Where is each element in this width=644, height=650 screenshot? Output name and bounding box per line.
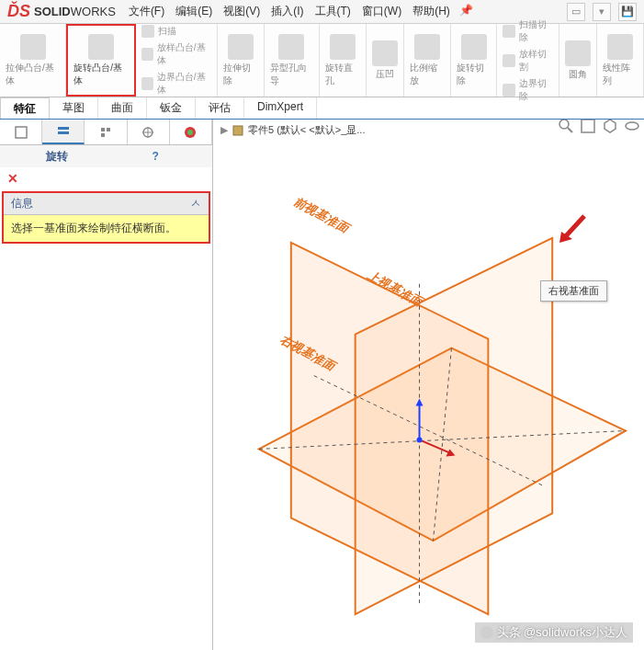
indent-icon: [372, 40, 398, 66]
info-header-text: 信息: [11, 196, 33, 211]
extrude-cut-icon: [228, 34, 254, 60]
panel-title-text: 旋转: [7, 149, 107, 165]
menu-edit[interactable]: 编辑(E): [170, 4, 218, 19]
ribbon-sweep-cut[interactable]: 扫描切除: [503, 18, 553, 44]
svg-rect-1: [58, 127, 69, 130]
side-tab-appearance[interactable]: [170, 120, 212, 144]
breadcrumb-arrow-icon: ▶: [220, 124, 228, 136]
zoom-fit-icon[interactable]: [558, 120, 574, 134]
ribbon-label: 圆角: [569, 68, 587, 81]
annotation-arrow-icon: [552, 211, 589, 248]
config-icon: [98, 125, 113, 140]
ribbon-sub-boss: 扫描 放样凸台/基体 边界凸台/基体: [136, 24, 218, 97]
boundary-cut-icon: [503, 84, 514, 97]
collapse-icon[interactable]: ㅅ: [190, 196, 201, 211]
menu-insert[interactable]: 插入(I): [266, 4, 309, 19]
ribbon-label: 压凹: [376, 68, 394, 81]
ribbon-loft-cut[interactable]: 放样切割: [503, 48, 553, 74]
ribbon-label: 比例缩放: [410, 62, 445, 87]
svg-point-7: [187, 130, 193, 135]
ribbon-pattern[interactable]: 线性阵列: [597, 24, 644, 97]
menu-tools[interactable]: 工具(T): [310, 4, 356, 19]
zoom-area-icon[interactable]: [580, 120, 596, 134]
ribbon-fillet[interactable]: 圆角: [559, 24, 597, 97]
ribbon-label: 旋转直孔: [325, 62, 360, 87]
feature-tree-icon: [14, 125, 28, 140]
hole-icon: [278, 34, 304, 60]
tab-dimxpert[interactable]: DimXpert: [244, 97, 317, 119]
side-tab-feature[interactable]: [0, 120, 42, 144]
ribbon-label: 线性阵列: [603, 62, 638, 87]
ribbon-label: 旋转切除: [457, 62, 491, 87]
breadcrumb[interactable]: ▶ 零件5 (默认< <默认>_显...: [220, 123, 365, 137]
plane-tooltip: 右视基准面: [540, 280, 607, 302]
help-icon[interactable]: ?: [107, 150, 206, 163]
boundary-icon: [141, 77, 153, 90]
info-message: 选择一基准面来绘制特征横断面。: [4, 215, 209, 242]
loft-icon: [141, 48, 153, 61]
open-button[interactable]: ▾: [593, 3, 611, 21]
ribbon-scale[interactable]: 比例缩放: [404, 24, 451, 97]
quick-access: ▭ ▾ 💾: [567, 3, 644, 21]
display-style-icon[interactable]: [624, 120, 640, 134]
side-tab-property[interactable]: [42, 120, 85, 144]
menu-items: 文件(F) 编辑(E) 视图(V) 插入(I) 工具(T) 窗口(W) 帮助(H…: [123, 4, 473, 19]
property-manager: 旋转 ? ✕ 信息 ㅅ 选择一基准面来绘制特征横断面。: [0, 120, 213, 650]
appearance-icon: [183, 125, 198, 140]
property-icon: [56, 124, 71, 139]
ribbon-extrude-boss[interactable]: 拉伸凸台/基体: [0, 24, 66, 97]
fillet-icon: [565, 40, 591, 66]
info-panel: 信息 ㅅ 选择一基准面来绘制特征横断面。: [2, 191, 210, 244]
app-logo: ĎS SOLIDWORKS: [0, 2, 123, 21]
tab-sketch[interactable]: 草图: [50, 97, 98, 119]
svg-rect-8: [233, 126, 243, 135]
scale-icon: [414, 34, 440, 60]
menu-view[interactable]: 视图(V): [218, 4, 266, 19]
svg-point-12: [626, 122, 638, 130]
watermark: 头条 @solidworks小达人: [475, 622, 634, 643]
ribbon-indent[interactable]: 压凹: [367, 24, 404, 97]
pin-icon[interactable]: 📌: [459, 4, 473, 19]
side-tab-dimension[interactable]: [128, 120, 170, 144]
ribbon-boundary[interactable]: 边界凸台/基体: [141, 71, 211, 97]
new-button[interactable]: ▭: [567, 3, 585, 21]
menu-window[interactable]: 窗口(W): [356, 4, 407, 19]
graphics-viewport[interactable]: ▶ 零件5 (默认< <默认>_显...: [213, 120, 644, 650]
svg-rect-2: [58, 131, 69, 134]
view-orientation-icon[interactable]: [602, 120, 618, 134]
ribbon: 拉伸凸台/基体 旋转凸台/基体 扫描 放样凸台/基体 边界凸台/基体 拉伸切除 …: [0, 24, 644, 97]
loft-cut-icon: [503, 54, 514, 67]
ribbon-revolve-cut[interactable]: 旋转切除: [451, 24, 498, 97]
svg-point-9: [559, 120, 569, 129]
menu-help[interactable]: 帮助(H): [407, 4, 456, 19]
view-toolbar: [558, 120, 640, 134]
logo-text: SOLIDWORKS: [34, 5, 116, 18]
ribbon-sub-cut: 扫描切除 放样切割 边界切除: [497, 24, 559, 97]
save-button[interactable]: 💾: [618, 3, 637, 21]
info-header[interactable]: 信息 ㅅ: [4, 193, 209, 215]
side-tab-config[interactable]: [85, 120, 127, 144]
watermark-text: 头条 @solidworks小达人: [497, 624, 628, 641]
svg-rect-11: [582, 120, 594, 132]
ribbon-revolve-hole[interactable]: 旋转直孔: [320, 24, 367, 97]
tab-features[interactable]: 特征: [0, 97, 50, 119]
breadcrumb-part: 零件5 (默认< <默认>_显...: [248, 123, 365, 137]
ribbon-boundary-cut[interactable]: 边界切除: [503, 77, 553, 103]
sweep-cut-icon: [503, 25, 514, 38]
sidebar-tabs: [0, 120, 212, 145]
solidworks-icon: ĎS: [7, 2, 30, 21]
cancel-button[interactable]: ✕: [0, 167, 212, 189]
ribbon-sweep[interactable]: 扫描: [141, 25, 211, 38]
tab-sheetmetal[interactable]: 钣金: [147, 97, 196, 119]
ribbon-label: 异型孔向导: [270, 62, 313, 87]
tab-surface[interactable]: 曲面: [98, 97, 147, 119]
ribbon-revolve-boss[interactable]: 旋转凸台/基体: [66, 24, 135, 97]
tab-evaluate[interactable]: 评估: [196, 97, 244, 119]
ribbon-extrude-cut[interactable]: 拉伸切除: [218, 24, 265, 97]
ribbon-label: 拉伸凸台/基体: [6, 62, 60, 87]
menu-file[interactable]: 文件(F): [123, 4, 170, 19]
ribbon-hole-wizard[interactable]: 异型孔向导: [265, 24, 320, 97]
revolve-cut-icon: [461, 34, 487, 60]
ribbon-loft[interactable]: 放样凸台/基体: [141, 41, 211, 67]
ribbon-label: 旋转凸台/基体: [73, 62, 128, 87]
